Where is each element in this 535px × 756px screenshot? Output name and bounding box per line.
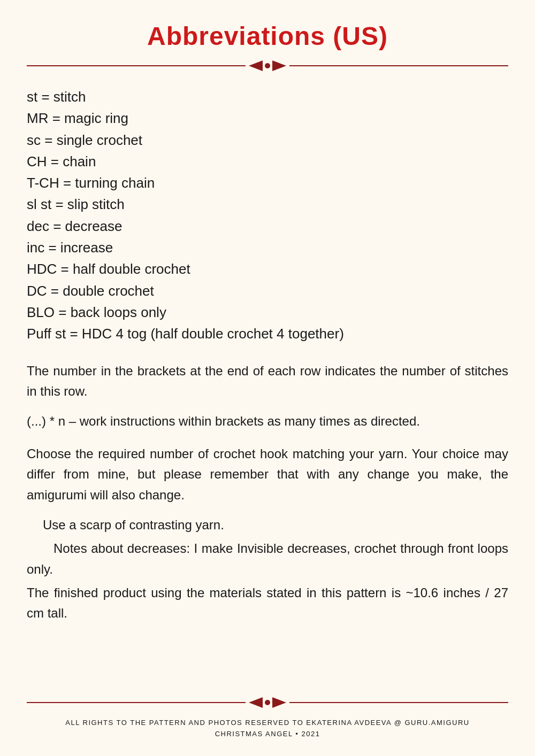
footer-text: ALL RIGHTS TO THE PATTERN AND PHOTOS RES… — [27, 718, 508, 740]
footer-divider-line-left — [27, 702, 246, 703]
abbreviation-item: Puff st = HDC 4 tog (half double crochet… — [27, 323, 508, 344]
footer-arrow-left-icon — [249, 697, 263, 708]
abbreviation-item: BLO = back loops only — [27, 302, 508, 323]
abbreviation-item: T-CH = turning chain — [27, 172, 508, 194]
arrow-right-icon — [272, 60, 286, 71]
abbreviation-item: sl st = slip stitch — [27, 194, 508, 215]
abbreviation-item: HDC = half double crochet — [27, 258, 508, 280]
abbreviation-item: DC = double crochet — [27, 280, 508, 302]
abbreviation-item: inc = increase — [27, 237, 508, 258]
divider-line-left — [27, 65, 246, 66]
divider-dot-icon — [265, 63, 270, 68]
note-note6: The finished product using the materials… — [27, 583, 508, 624]
divider-line-right — [289, 65, 508, 66]
note-note2: (...) * n – work instructions within bra… — [27, 411, 508, 431]
abbreviations-list: st = stitchMR = magic ringsc = single cr… — [27, 86, 508, 345]
note-note5: Notes about decreases: I make Invisible … — [27, 538, 508, 580]
footer-line1: ALL RIGHTS TO THE PATTERN AND PHOTOS RES… — [27, 718, 508, 729]
footer: ALL RIGHTS TO THE PATTERN AND PHOTOS RES… — [27, 697, 508, 740]
notes-section: The number in the brackets at the end of… — [27, 361, 508, 624]
divider-decoration — [249, 60, 286, 71]
arrow-left-icon — [249, 60, 263, 71]
abbreviation-item: MR = magic ring — [27, 107, 508, 129]
note-note3: Choose the required number of crochet ho… — [27, 444, 508, 505]
note-note1: The number in the brackets at the end of… — [27, 361, 508, 402]
footer-line2: CHRISTMAS ANGEL • 2021 — [27, 729, 508, 740]
footer-divider-decoration — [249, 697, 286, 708]
page-title: Abbreviations (US) — [27, 21, 508, 51]
top-divider — [27, 60, 508, 71]
footer-divider-dot-icon — [265, 700, 270, 705]
bottom-divider — [27, 697, 508, 708]
abbreviation-item: st = stitch — [27, 86, 508, 107]
page: Abbreviations (US) st = stitchMR = magic… — [0, 0, 535, 756]
note-note4: Use a scarp of contrasting yarn. — [27, 515, 508, 535]
abbreviation-item: CH = chain — [27, 151, 508, 172]
abbreviation-item: dec = decrease — [27, 215, 508, 237]
footer-arrow-right-icon — [272, 697, 286, 708]
footer-divider-line-right — [289, 702, 508, 703]
abbreviation-item: sc = single crochet — [27, 129, 508, 151]
